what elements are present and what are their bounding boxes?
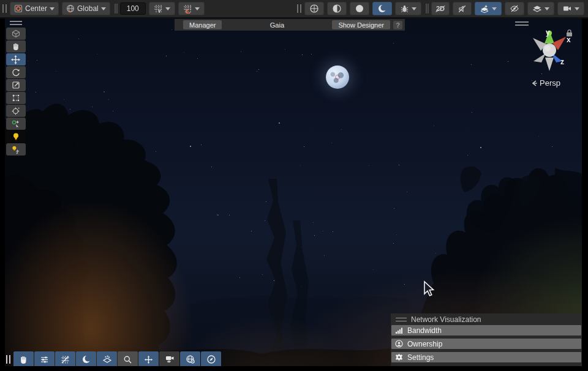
gizmo-drag-handle[interactable] [515,21,529,26]
move-tool-button[interactable] [6,53,26,66]
bottom-toolbar-overlay [6,351,221,366]
camera-view-button[interactable] [159,351,179,366]
magnifier-icon [123,355,132,364]
layers-button[interactable] [527,2,554,15]
gear-icon [395,353,403,361]
tools-drag-handle[interactable] [10,21,22,25]
audio-toggle-button[interactable] [453,2,472,15]
bar-chart-icon [395,327,403,334]
chevron-left-icon [532,80,538,86]
camera-menu-button[interactable] [557,2,584,15]
spawn-tool-button[interactable] [6,118,26,130]
grid-snap-y-icon: Y [154,4,163,13]
gaia-title: Gaia [222,21,332,29]
gaia-overlay-bar: Manager Gaia Show Designer ? [175,19,405,31]
gaia-show-designer-button[interactable]: Show Designer [332,20,390,29]
ownership-button[interactable]: Ownership [391,339,581,349]
grid-slash-icon [61,355,70,364]
compass-icon [206,354,216,364]
unity-scene-view-window: Center Global Y [0,0,588,371]
sliders-icon [40,355,49,364]
2d-toggle-button[interactable]: 2D [431,2,450,15]
svg-text:Y: Y [158,9,161,13]
scene-viewport[interactable]: Manager Gaia Show Designer ? [5,18,582,366]
shaded-wireframe-button[interactable] [327,2,347,15]
light-tool-button[interactable] [6,130,26,143]
lighting-mode-button[interactable] [372,2,392,15]
effects-icon [480,4,489,13]
terrain-layers-button[interactable] [97,351,117,366]
moon-icon [81,354,91,364]
toolbar-separator [115,4,116,13]
gaia-help-button[interactable]: ? [393,21,402,29]
wireframe-mode-button[interactable] [304,2,324,15]
orientation-gizmo[interactable]: y x z Persp [512,20,581,92]
night-mode-button[interactable] [76,351,96,366]
gaia-manager-button[interactable]: Manager [183,20,222,29]
grid-toggle-button[interactable] [55,351,75,366]
network-panel-header: Network Visualization [391,313,582,325]
bug-icon [400,4,409,13]
transform-tool-button[interactable] [6,105,26,117]
compass-button[interactable] [201,351,221,366]
toolbar-right-group: 2D [297,2,584,15]
axis-z-label[interactable]: z [560,58,564,66]
transform-icon [11,107,20,116]
rotate-icon [12,68,20,77]
pivot-icon [14,4,23,13]
grid-snap-increment-icon [183,4,192,13]
pivot-mode-button[interactable]: Center [10,2,59,15]
effects-button[interactable] [475,2,502,15]
move-overlay-button[interactable] [138,351,159,366]
spawn-plus-icon [11,119,20,129]
grid-snap-button[interactable]: Y [149,2,175,15]
view-cube-tool-button[interactable] [6,28,26,40]
rotate-tool-button[interactable] [6,66,26,78]
chevron-down-icon [165,7,170,10]
toolbar-drag-handle[interactable] [2,4,7,13]
grid-increment-button[interactable] [178,2,205,15]
bottom-toolbar-drag-handle[interactable] [6,355,10,364]
projection-switcher[interactable]: Persp [532,78,560,88]
light-bulb-icon [12,132,20,141]
axis-y-label[interactable]: y [546,28,550,37]
toolbar-drag-handle[interactable] [297,4,301,13]
orientation-button[interactable]: Global [62,2,110,15]
solid-circle-icon [355,4,364,13]
pan-hand-tool-button[interactable] [13,351,34,366]
light-place-tool-button[interactable] [6,143,26,156]
snap-value-input[interactable] [120,2,146,15]
audio-mute-icon [458,4,467,13]
pan-tool-button[interactable] [6,40,26,53]
rect-tool-button[interactable] [6,92,26,104]
rect-tool-icon [12,94,20,102]
settings-sliders-button[interactable] [34,351,55,366]
network-panel-drag-handle[interactable] [396,318,407,321]
network-panel-title: Network Visualization [411,315,481,324]
settings-label: Settings [407,353,434,362]
chevron-down-icon [575,7,579,10]
network-visualization-panel: Network Visualization Bandwidth Ownershi… [391,313,582,366]
scene-visibility-button[interactable] [505,2,524,15]
axis-x-label[interactable]: x [567,36,571,44]
ownership-label: Ownership [407,340,442,348]
lock-icon[interactable] [566,29,573,37]
settings-button[interactable]: Settings [391,352,581,362]
debug-button[interactable] [395,2,421,15]
2d-toggle-icon: 2D [436,5,445,12]
globe-icon [66,4,75,13]
globe-gear-icon [186,354,195,364]
move-cross-icon [144,355,153,364]
bandwidth-button[interactable]: Bandwidth [391,325,581,335]
scale-tool-button[interactable] [6,79,26,91]
move-arrows-icon [11,55,20,64]
layers-icon [532,4,542,13]
world-settings-button[interactable] [180,351,200,366]
tools-overlay [6,21,26,156]
pivot-mode-label: Center [25,4,47,13]
search-zoom-button[interactable] [118,351,138,366]
crescent-icon [377,4,387,13]
person-icon [395,340,403,348]
shaded-mode-button[interactable] [350,2,369,15]
light-bulb-move-icon [11,145,20,154]
